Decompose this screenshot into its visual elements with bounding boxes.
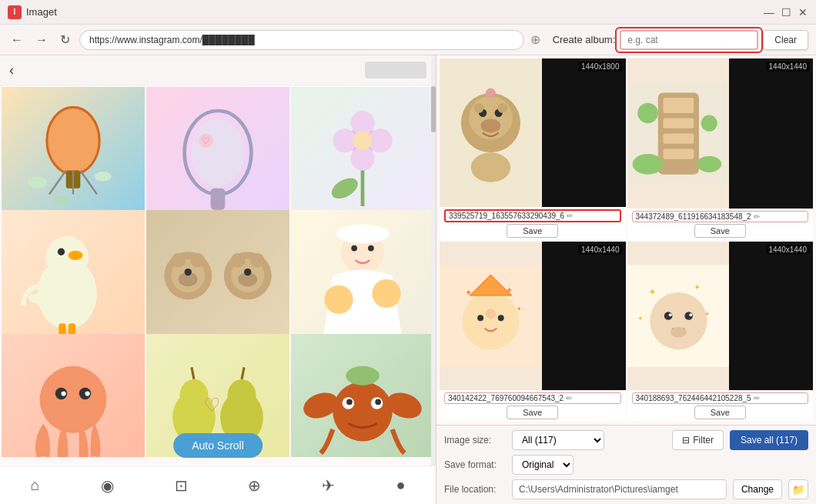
svg-rect-78 <box>663 98 694 113</box>
maximize-button[interactable]: ☐ <box>781 7 791 18</box>
grid-item[interactable] <box>291 87 434 230</box>
format-select[interactable]: Original <box>512 455 574 475</box>
image-size-select[interactable]: All (117) <box>512 430 604 450</box>
grid-item[interactable]: ♡ <box>146 87 289 230</box>
svg-point-71 <box>481 118 501 132</box>
bookmark-button[interactable]: ⊕ <box>530 32 540 47</box>
svg-point-24 <box>58 249 65 255</box>
album-input[interactable] <box>620 30 758 50</box>
save-item-button-3[interactable]: Save <box>507 406 558 419</box>
svg-point-87 <box>462 292 519 349</box>
add-icon[interactable]: ⊕ <box>248 476 261 495</box>
edit-icon-4[interactable]: ✏ <box>754 394 760 402</box>
profile-area <box>365 62 426 78</box>
svg-point-22 <box>45 236 89 279</box>
svg-point-5 <box>28 176 47 189</box>
svg-point-35 <box>250 253 265 268</box>
svg-point-32 <box>172 253 186 268</box>
filter-button[interactable]: ⊟ Filter <box>672 430 724 450</box>
result-item: 1440x1800 339525719_163557633290439_6 ✏ … <box>440 58 626 240</box>
result-item: 1440x1440 344372489_611916634183548_2 ✏ … <box>627 58 814 240</box>
svg-point-20 <box>328 174 361 202</box>
svg-line-3 <box>80 171 97 195</box>
svg-point-43 <box>368 245 374 252</box>
save-item-button-4[interactable]: Save <box>694 406 746 419</box>
svg-point-55 <box>227 379 256 412</box>
title-bar: I Imaget — ☐ ✕ <box>0 0 816 25</box>
edit-icon-1[interactable]: ✏ <box>567 212 573 220</box>
home-icon[interactable]: ⌂ <box>30 476 39 494</box>
svg-text:✦: ✦ <box>517 305 522 312</box>
image-dimensions-2: 1440x1440 <box>766 62 811 72</box>
grid-item[interactable] <box>291 334 434 457</box>
reels-icon[interactable]: ⊡ <box>175 476 188 495</box>
svg-point-75 <box>471 152 510 182</box>
image-dimensions-1: 1440x1800 <box>578 62 623 72</box>
change-location-button[interactable]: Change <box>733 479 782 499</box>
save-item-button-1[interactable]: Save <box>507 224 558 238</box>
svg-point-90 <box>498 315 504 321</box>
svg-text:✦: ✦ <box>637 315 644 322</box>
image-content-2 <box>627 58 730 209</box>
grid-image-mirror: ♡ <box>146 87 289 230</box>
save-all-button[interactable]: Save all (117) <box>730 430 808 450</box>
filter-icon: ⊟ <box>682 435 690 446</box>
file-location-input[interactable] <box>512 479 727 499</box>
album-label: Create album: <box>553 34 616 45</box>
result-item: ✦ ✦ ✦ ✦ 1440x1440 340188693_762446442105… <box>627 242 814 422</box>
grid-image-crab <box>291 334 434 457</box>
profile-icon[interactable]: ● <box>396 476 405 494</box>
svg-point-50 <box>85 391 90 396</box>
scroll-track <box>431 55 436 466</box>
svg-point-84 <box>637 103 658 124</box>
app-title: Imaget <box>26 6 57 18</box>
clear-button[interactable]: Clear <box>763 30 808 50</box>
url-input[interactable] <box>79 30 524 50</box>
svg-point-7 <box>54 196 69 205</box>
svg-point-58 <box>333 382 393 442</box>
svg-point-64 <box>375 399 381 405</box>
svg-point-99 <box>689 313 692 316</box>
save-item-button-2[interactable]: Save <box>694 224 746 238</box>
forward-button[interactable]: → <box>32 32 51 48</box>
file-location-label: File location: <box>444 484 506 495</box>
edit-icon-2[interactable]: ✏ <box>754 212 760 221</box>
grid-item[interactable] <box>146 210 289 353</box>
svg-point-73 <box>474 103 484 113</box>
auto-scroll-button[interactable]: Auto Scroll <box>173 433 263 458</box>
close-button[interactable]: ✕ <box>798 7 808 18</box>
result-image-1: 1440x1800 <box>440 58 626 207</box>
right-panel: 1440x1800 339525719_163557633290439_6 ✏ … <box>436 55 816 504</box>
edit-icon-3[interactable]: ✏ <box>566 394 572 402</box>
image-content-4: ✦ ✦ ✦ ✦ <box>627 242 730 390</box>
svg-point-89 <box>477 315 483 321</box>
grid-item[interactable] <box>2 87 145 230</box>
send-icon[interactable]: ✈ <box>322 476 335 495</box>
svg-point-88 <box>486 309 496 319</box>
image-size-label: Image size: <box>444 435 506 446</box>
minimize-button[interactable]: — <box>764 7 774 18</box>
search-icon[interactable]: ◉ <box>101 476 114 495</box>
format-row: Save format: Original <box>444 455 808 475</box>
black-area-2 <box>729 58 813 209</box>
svg-point-42 <box>351 245 357 252</box>
feed-back-button[interactable]: ‹ <box>9 62 14 78</box>
browser-bar: ← → ↻ ⊕ Create album: Clear <box>0 25 816 55</box>
folder-icon: 📁 <box>792 484 805 496</box>
result-footer-3: 340142422_769760094667543_2 ✏ Save <box>440 390 626 422</box>
grid-image-octopus <box>2 334 145 457</box>
result-item: ✦ ✦ ✦ 1440x1440 340142422_76976009466754… <box>440 242 626 422</box>
grid-image-bears <box>146 210 289 353</box>
folder-button[interactable]: 📁 <box>788 479 808 499</box>
refresh-button[interactable]: ↻ <box>57 31 73 48</box>
grid-item[interactable] <box>2 210 145 353</box>
left-panel: ‹ <box>0 55 436 504</box>
image-content-1 <box>440 58 542 207</box>
grid-item[interactable] <box>291 210 434 353</box>
image-content-3: ✦ ✦ ✦ <box>440 242 542 390</box>
svg-point-41 <box>336 225 389 244</box>
grid-item[interactable] <box>2 334 145 457</box>
grid-image-balloon <box>2 87 145 230</box>
back-button[interactable]: ← <box>8 32 26 48</box>
scroll-thumb[interactable] <box>431 86 436 132</box>
